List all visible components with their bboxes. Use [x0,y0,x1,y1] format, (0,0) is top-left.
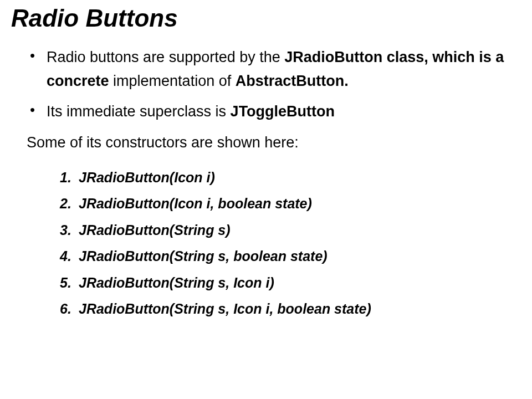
bullet-item-2: Its immediate superclass is JToggleButto… [27,100,521,124]
bullet-item-1: Radio buttons are supported by the JRadi… [27,45,521,93]
constructor-item-3: 3. JRadioButton(String s) [60,217,521,244]
constructors-intro: Some of its constructors are shown here: [27,131,521,155]
bullet-bold: JToggleButton [231,103,335,120]
list-number: 3. [60,217,71,244]
constructor-item-5: 5. JRadioButton(String s, Icon i) [60,270,521,296]
constructor-item-6: 6. JRadioButton(String s, Icon i, boolea… [60,296,521,323]
constructor-item-4: 4. JRadioButton(String s, boolean state) [60,243,521,270]
bullet-text: Its immediate superclass is [47,103,231,120]
page-title: Radio Buttons [11,4,521,32]
list-number: 5. [60,270,71,296]
constructor-signature: JRadioButton(String s, boolean state) [79,248,328,264]
bullet-text: Radio buttons are supported by the [47,49,284,65]
bullet-list: Radio buttons are supported by the JRadi… [27,45,521,124]
constructor-signature: JRadioButton(String s, Icon i, boolean s… [79,301,371,316]
constructors-list: 1. JRadioButton(Icon i) 2. JRadioButton(… [27,165,521,323]
constructor-signature: JRadioButton(Icon i) [79,170,215,185]
bullet-text: implementation of [109,73,236,89]
list-number: 6. [60,296,71,323]
constructor-signature: JRadioButton(String s) [79,222,231,238]
constructor-item-2: 2. JRadioButton(Icon i, boolean state) [60,191,521,217]
list-number: 4. [60,243,71,270]
constructor-signature: JRadioButton(String s, Icon i) [79,275,274,290]
list-number: 1. [60,165,71,191]
body-content: Radio buttons are supported by the JRadi… [11,45,521,323]
constructor-item-1: 1. JRadioButton(Icon i) [60,165,521,191]
list-number: 2. [60,191,71,217]
bullet-bold: AbstractButton. [236,73,349,89]
constructor-signature: JRadioButton(Icon i, boolean state) [79,196,312,211]
